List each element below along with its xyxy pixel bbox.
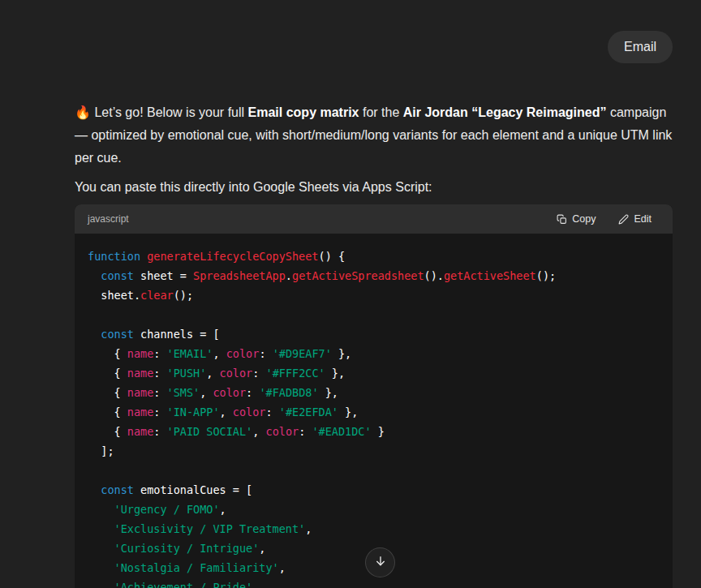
code-content: function generateLifecycleCopySheet() { … — [75, 234, 673, 588]
copy-button[interactable]: Copy — [557, 213, 596, 225]
assistant-paragraph-intro: 🔥 Let’s go! Below is your full Email cop… — [75, 101, 673, 170]
assistant-paragraph-instruction: You can paste this directly into Google … — [75, 176, 673, 199]
code-text: function generateLifecycleCopySheet() { … — [88, 250, 556, 588]
code-header-actions: Copy Edit — [557, 213, 652, 225]
assistant-message: 🔥 Let’s go! Below is your full Email cop… — [75, 101, 673, 588]
arrow-down-icon — [374, 555, 387, 570]
user-message-bubble: Email — [608, 31, 673, 63]
pencil-icon — [618, 214, 629, 225]
copy-icon — [557, 214, 567, 225]
user-message-row: Email — [75, 0, 673, 63]
scroll-to-bottom-button[interactable] — [365, 547, 395, 577]
code-block: javascript Copy Edit — [75, 204, 673, 588]
code-language-label: javascript — [88, 213, 129, 225]
chat-page: Email 🔥 Let’s go! Below is your full Ema… — [0, 0, 701, 588]
chat-content-column: Email 🔥 Let’s go! Below is your full Ema… — [75, 0, 673, 588]
edit-button[interactable]: Edit — [618, 213, 652, 225]
code-header: javascript Copy Edit — [75, 204, 673, 234]
copy-button-label: Copy — [572, 213, 596, 225]
edit-button-label: Edit — [634, 213, 652, 225]
